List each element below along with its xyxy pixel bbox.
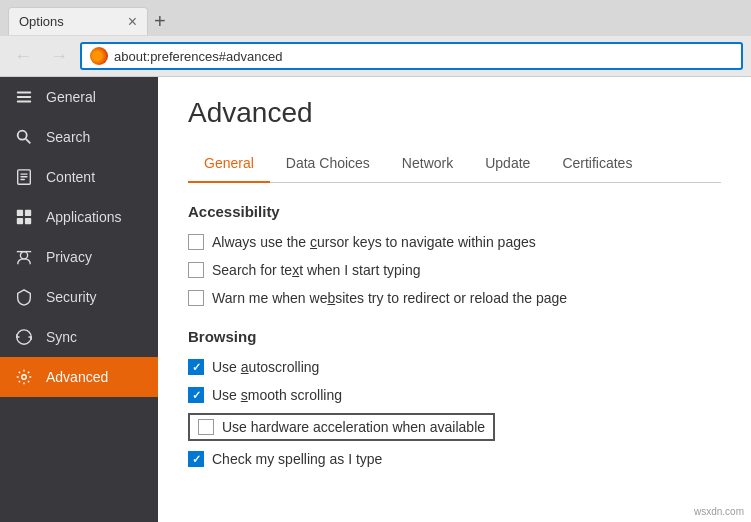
spell-check-checkbox[interactable] (188, 451, 204, 467)
tab-update[interactable]: Update (469, 145, 546, 183)
sidebar: General Search Content Applications Priv… (0, 77, 158, 522)
accessibility-section: Accessibility Always use the cursor keys… (188, 203, 721, 308)
svg-rect-1 (17, 96, 31, 98)
new-tab-button[interactable]: + (154, 10, 166, 33)
svg-line-4 (26, 139, 31, 144)
privacy-icon (14, 247, 34, 267)
general-icon (14, 87, 34, 107)
sidebar-item-privacy[interactable]: Privacy (0, 237, 158, 277)
address-text: about:preferences#advanced (114, 49, 733, 64)
checkbox-warn-redirect[interactable]: Warn me when websites try to redirect or… (188, 288, 721, 308)
watermark: wsxdn.com (691, 505, 747, 518)
sync-icon (14, 327, 34, 347)
sidebar-item-security[interactable]: Security (0, 277, 158, 317)
sidebar-label-general: General (46, 89, 96, 105)
forward-button[interactable]: → (44, 44, 74, 69)
tab-close-button[interactable]: × (128, 14, 137, 30)
sidebar-label-sync: Sync (46, 329, 77, 345)
address-bar[interactable]: about:preferences#advanced (80, 42, 743, 70)
checkbox-cursor-keys[interactable]: Always use the cursor keys to navigate w… (188, 232, 721, 252)
sidebar-item-sync[interactable]: Sync (0, 317, 158, 357)
checkbox-autoscrolling[interactable]: Use autoscrolling (188, 357, 721, 377)
sidebar-label-content: Content (46, 169, 95, 185)
search-text-checkbox[interactable] (188, 262, 204, 278)
sidebar-label-advanced: Advanced (46, 369, 108, 385)
browsing-section: Browsing Use autoscrolling Use smooth sc… (188, 328, 721, 469)
sidebar-label-applications: Applications (46, 209, 122, 225)
browsing-title: Browsing (188, 328, 721, 345)
checkbox-search-text[interactable]: Search for text when I start typing (188, 260, 721, 280)
security-icon (14, 287, 34, 307)
sidebar-item-search[interactable]: Search (0, 117, 158, 157)
svg-rect-2 (17, 101, 31, 103)
page-title: Advanced (188, 97, 721, 129)
sidebar-label-search: Search (46, 129, 90, 145)
sidebar-item-applications[interactable]: Applications (0, 197, 158, 237)
spell-check-label: Check my spelling as I type (212, 451, 382, 467)
checkbox-spell-check[interactable]: Check my spelling as I type (188, 449, 721, 469)
warn-redirect-checkbox[interactable] (188, 290, 204, 306)
autoscrolling-checkbox[interactable] (188, 359, 204, 375)
browser-tab[interactable]: Options × (8, 7, 148, 35)
search-text-label: Search for text when I start typing (212, 262, 421, 278)
svg-rect-8 (20, 179, 25, 180)
tabs-bar: General Data Choices Network Update Cert… (188, 145, 721, 183)
tab-bar: Options × + (0, 0, 751, 36)
advanced-icon (14, 367, 34, 387)
svg-rect-10 (25, 210, 31, 216)
svg-point-15 (22, 375, 27, 380)
content-area: Advanced General Data Choices Network Up… (158, 77, 751, 522)
sidebar-item-general[interactable]: General (0, 77, 158, 117)
hardware-accel-label: Use hardware acceleration when available (222, 419, 485, 435)
content-icon (14, 167, 34, 187)
smooth-scrolling-label: Use smooth scrolling (212, 387, 342, 403)
svg-rect-0 (17, 92, 31, 94)
checkbox-hardware-accel-row[interactable]: Use hardware acceleration when available (188, 413, 495, 441)
tab-certificates[interactable]: Certificates (546, 145, 648, 183)
browser-chrome: Options × + ← → about:preferences#advanc… (0, 0, 751, 77)
autoscrolling-label: Use autoscrolling (212, 359, 319, 375)
tab-title: Options (19, 14, 120, 29)
smooth-scrolling-checkbox[interactable] (188, 387, 204, 403)
tab-general[interactable]: General (188, 145, 270, 183)
svg-rect-6 (20, 173, 27, 174)
cursor-keys-label: Always use the cursor keys to navigate w… (212, 234, 536, 250)
accessibility-title: Accessibility (188, 203, 721, 220)
svg-point-13 (20, 252, 27, 259)
sidebar-item-content[interactable]: Content (0, 157, 158, 197)
firefox-icon (90, 47, 108, 65)
svg-rect-9 (17, 210, 23, 216)
svg-rect-12 (25, 218, 31, 224)
cursor-keys-checkbox[interactable] (188, 234, 204, 250)
svg-rect-11 (17, 218, 23, 224)
sidebar-label-security: Security (46, 289, 97, 305)
hardware-accel-checkbox[interactable] (198, 419, 214, 435)
svg-point-3 (18, 131, 27, 140)
navigation-bar: ← → about:preferences#advanced (0, 36, 751, 76)
back-button[interactable]: ← (8, 44, 38, 69)
search-icon (14, 127, 34, 147)
sidebar-item-advanced[interactable]: Advanced (0, 357, 158, 397)
tab-data-choices[interactable]: Data Choices (270, 145, 386, 183)
checkbox-smooth-scrolling[interactable]: Use smooth scrolling (188, 385, 721, 405)
main-layout: General Search Content Applications Priv… (0, 77, 751, 522)
tab-network[interactable]: Network (386, 145, 469, 183)
sidebar-label-privacy: Privacy (46, 249, 92, 265)
applications-icon (14, 207, 34, 227)
svg-rect-7 (20, 176, 27, 177)
warn-redirect-label: Warn me when websites try to redirect or… (212, 290, 567, 306)
